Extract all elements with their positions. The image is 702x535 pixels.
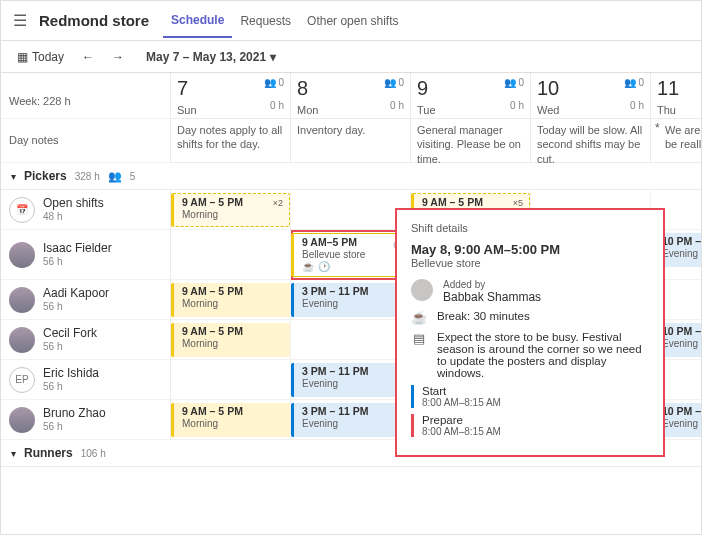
- shift-card[interactable]: 3 PM – 11 PM Evening: [291, 363, 410, 397]
- person-hours: 56 h: [43, 421, 106, 432]
- tab-schedule[interactable]: Schedule: [163, 3, 232, 38]
- note-icon: ▤: [411, 331, 427, 346]
- shift-details-popup: Shift details May 8, 9:00 AM–5:00 PM Bel…: [395, 208, 665, 457]
- shift-cell[interactable]: [291, 190, 411, 230]
- shift-card[interactable]: 9 AM – 5 PM Morning: [171, 323, 290, 357]
- shift-cell[interactable]: [171, 360, 291, 400]
- day-note-tue[interactable]: General manager visiting. Please be on t…: [411, 119, 531, 163]
- people-icon: 👥: [624, 77, 636, 88]
- person-hours: 56 h: [43, 256, 112, 267]
- today-button[interactable]: ▦ Today: [11, 48, 70, 66]
- person-row[interactable]: Cecil Fork 56 h: [1, 320, 171, 360]
- store-title: Redmond store: [39, 12, 149, 29]
- person-row[interactable]: Bruno Zhao 56 h: [1, 400, 171, 440]
- shift-cell[interactable]: [171, 230, 291, 280]
- next-week-button[interactable]: →: [106, 48, 130, 66]
- person-name: Aadi Kapoor: [43, 287, 109, 300]
- day-header-thu[interactable]: 11 Thu: [651, 73, 702, 119]
- break-icon: ☕: [411, 310, 427, 325]
- day-header-sun[interactable]: 7 👥 0 Sun 0 h: [171, 73, 291, 119]
- hamburger-icon[interactable]: ☰: [9, 7, 31, 34]
- shift-cell[interactable]: 9 AM – 5 PM Morning: [171, 280, 291, 320]
- shift-cell[interactable]: 3 PM – 11 PM Evening: [291, 360, 411, 400]
- shift-cell[interactable]: 9 AM – 5 PM Morning ×2: [171, 190, 291, 230]
- shift-cell[interactable]: 3 PM – 11 PM Evening: [291, 280, 411, 320]
- shift-card[interactable]: 3 PM – 11 PM Evening: [291, 403, 410, 437]
- popup-activity-start: Start 8:00 AM–8:15 AM: [411, 385, 649, 408]
- shift-card[interactable]: 9 AM–5 PM Bellevue store ◎ ☕🕑: [291, 233, 410, 277]
- avatar: [411, 279, 433, 301]
- people-icon: 👥: [108, 170, 122, 183]
- avatar: [9, 327, 35, 353]
- person-name: Bruno Zhao: [43, 407, 106, 420]
- week-hours-label: Week: 228 h: [1, 73, 171, 119]
- popup-location: Bellevue store: [411, 257, 649, 269]
- clock-icon: 🕑: [318, 261, 330, 273]
- prev-week-button[interactable]: ←: [76, 48, 100, 66]
- day-note-sun[interactable]: Day notes apply to all shifts for the da…: [171, 119, 291, 163]
- popup-break: Break: 30 minutes: [437, 310, 530, 322]
- shift-cell[interactable]: 3 PM – 11 PM Evening: [291, 400, 411, 440]
- open-shifts-row[interactable]: 📅 Open shifts48 h: [1, 190, 171, 230]
- day-header-tue[interactable]: 9 👥 0 Tue 0 h: [411, 73, 531, 119]
- shift-card[interactable]: 3 PM – 11 PM Evening: [291, 283, 410, 317]
- date-range-picker[interactable]: May 7 – May 13, 2021 ▾: [140, 48, 282, 66]
- popup-heading: Shift details: [411, 222, 649, 234]
- tab-other-open-shifts[interactable]: Other open shifts: [299, 4, 406, 37]
- people-icon: 👥: [384, 77, 396, 88]
- person-row[interactable]: Aadi Kapoor 56 h: [1, 280, 171, 320]
- day-note-thu[interactable]: *We are expecting to be really busy.: [651, 119, 702, 163]
- person-name: Cecil Fork: [43, 327, 97, 340]
- popup-note: Expect the store to be busy. Festival se…: [437, 331, 649, 379]
- person-row[interactable]: Isaac Fielder 56 h: [1, 230, 171, 280]
- chevron-down-icon: ▾: [11, 448, 16, 459]
- shift-open-morning[interactable]: 9 AM – 5 PM Morning ×2: [171, 193, 290, 227]
- break-icon: ☕: [302, 261, 314, 273]
- person-hours: 56 h: [43, 381, 99, 392]
- shift-cell[interactable]: 9 AM–5 PM Bellevue store ◎ ☕🕑: [291, 230, 411, 280]
- popup-added-by: Babbak Shammas: [443, 290, 541, 304]
- day-notes-label: Day notes: [1, 119, 171, 163]
- shift-card[interactable]: 9 AM – 5 PM Morning: [171, 283, 290, 317]
- person-hours: 56 h: [43, 301, 109, 312]
- group-pickers[interactable]: ▾ Pickers 328 h 👥 5: [1, 163, 701, 190]
- chevron-down-icon: ▾: [11, 171, 16, 182]
- day-note-mon[interactable]: Inventory day.: [291, 119, 411, 163]
- day-note-wed[interactable]: Today will be slow. All second shifts ma…: [531, 119, 651, 163]
- person-name: Isaac Fielder: [43, 242, 112, 255]
- shift-cell[interactable]: 9 AM – 5 PM Morning: [171, 320, 291, 360]
- people-icon: 👥: [264, 77, 276, 88]
- avatar: [9, 407, 35, 433]
- open-shift-icon: 📅: [9, 197, 35, 223]
- avatar: [9, 287, 35, 313]
- person-hours: 56 h: [43, 341, 97, 352]
- shift-cell[interactable]: [291, 320, 411, 360]
- popup-time: May 8, 9:00 AM–5:00 PM: [411, 242, 649, 257]
- day-header-mon[interactable]: 8 👥 0 Mon 0 h: [291, 73, 411, 119]
- day-header-wed[interactable]: 10 👥 0 Wed 0 h: [531, 73, 651, 119]
- tab-requests[interactable]: Requests: [232, 4, 299, 37]
- shift-cell[interactable]: 9 AM – 5 PM Morning: [171, 400, 291, 440]
- people-icon: 👥: [504, 77, 516, 88]
- popup-activity-prepare: Prepare 8:00 AM–8:15 AM: [411, 414, 649, 437]
- avatar: EP: [9, 367, 35, 393]
- calendar-today-icon: ▦: [17, 50, 28, 64]
- person-name: Eric Ishida: [43, 367, 99, 380]
- person-row[interactable]: EP Eric Ishida 56 h: [1, 360, 171, 400]
- shift-card[interactable]: 9 AM – 5 PM Morning: [171, 403, 290, 437]
- chevron-down-icon: ▾: [270, 50, 276, 64]
- avatar: [9, 242, 35, 268]
